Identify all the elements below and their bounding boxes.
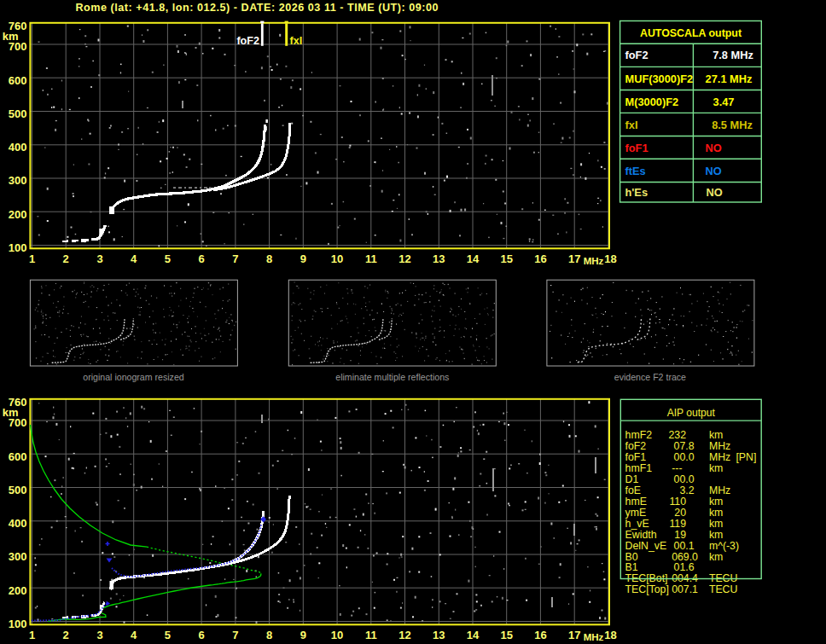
svg-text:MHz: MHz bbox=[709, 451, 730, 463]
svg-text:4: 4 bbox=[131, 629, 137, 641]
svg-text:TEC[Top]: TEC[Top] bbox=[625, 583, 669, 595]
svg-text:original ionogram resized: original ionogram resized bbox=[83, 372, 183, 382]
svg-text:hmF1: hmF1 bbox=[625, 462, 653, 474]
svg-text:14: 14 bbox=[467, 629, 480, 641]
svg-text:NO: NO bbox=[705, 142, 721, 154]
svg-text:200: 200 bbox=[9, 584, 27, 597]
svg-text:km: km bbox=[709, 551, 723, 563]
svg-text:km: km bbox=[709, 462, 723, 474]
svg-text:Rome (lat: +41.8, lon: 012.5): Rome (lat: +41.8, lon: 012.5) - DATE: 20… bbox=[76, 2, 439, 14]
svg-text:1: 1 bbox=[29, 629, 35, 641]
svg-text:069.0: 069.0 bbox=[672, 551, 698, 563]
svg-text:foE: foE bbox=[625, 484, 641, 496]
svg-text:[PN]: [PN] bbox=[736, 451, 756, 463]
svg-text:3: 3 bbox=[96, 629, 102, 641]
svg-text:MHz: MHz bbox=[709, 484, 730, 496]
svg-text:DelN_vE: DelN_vE bbox=[625, 540, 667, 552]
svg-text:foF1: foF1 bbox=[625, 451, 647, 463]
svg-text:13: 13 bbox=[433, 252, 445, 265]
svg-text:Ewidth: Ewidth bbox=[625, 529, 657, 541]
svg-text:27.1 MHz: 27.1 MHz bbox=[706, 73, 753, 85]
svg-text:400: 400 bbox=[9, 141, 27, 154]
svg-text:12: 12 bbox=[398, 252, 410, 265]
svg-text:007.1: 007.1 bbox=[672, 583, 698, 595]
svg-text:km: km bbox=[709, 529, 723, 541]
svg-text:3.2: 3.2 bbox=[679, 484, 694, 496]
svg-text:20: 20 bbox=[674, 507, 686, 519]
svg-text:15: 15 bbox=[500, 629, 512, 641]
svg-text:300: 300 bbox=[9, 550, 27, 563]
svg-text:18: 18 bbox=[604, 629, 616, 641]
svg-text:6: 6 bbox=[198, 252, 204, 265]
svg-text:km: km bbox=[3, 30, 19, 43]
svg-text:9: 9 bbox=[300, 252, 306, 265]
svg-text:00.0: 00.0 bbox=[674, 473, 695, 485]
svg-text:B0: B0 bbox=[625, 551, 638, 563]
svg-text:hmE: hmE bbox=[625, 496, 647, 508]
svg-text:fxI: fxI bbox=[625, 119, 638, 131]
svg-text:foF2: foF2 bbox=[625, 49, 649, 61]
svg-text:3.47: 3.47 bbox=[713, 96, 735, 108]
svg-text:M(3000)F2: M(3000)F2 bbox=[625, 96, 679, 108]
svg-text:foF1: foF1 bbox=[625, 142, 649, 154]
svg-text:232: 232 bbox=[668, 429, 686, 441]
svg-text:00.1: 00.1 bbox=[674, 540, 695, 552]
svg-text:600: 600 bbox=[9, 450, 27, 463]
svg-text:eliminate multiple reflections: eliminate multiple reflections bbox=[335, 372, 449, 382]
svg-text:MHz: MHz bbox=[584, 632, 604, 642]
svg-text:8.5 MHz: 8.5 MHz bbox=[712, 119, 753, 131]
svg-text:km: km bbox=[709, 518, 723, 530]
svg-text:ftEs: ftEs bbox=[625, 165, 646, 177]
svg-text:110: 110 bbox=[669, 496, 686, 508]
svg-text:1: 1 bbox=[29, 252, 35, 265]
svg-text:km: km bbox=[3, 406, 19, 419]
svg-text:MUF(3000)F2: MUF(3000)F2 bbox=[625, 73, 694, 85]
svg-text:h_vE: h_vE bbox=[625, 518, 649, 530]
svg-text:MHz: MHz bbox=[709, 440, 730, 452]
svg-text:119: 119 bbox=[669, 518, 686, 530]
svg-text:10: 10 bbox=[331, 252, 343, 265]
svg-text:14: 14 bbox=[467, 252, 480, 265]
svg-text:evidence F2 trace: evidence F2 trace bbox=[614, 372, 686, 382]
svg-text:13: 13 bbox=[433, 629, 445, 641]
svg-text:12: 12 bbox=[398, 629, 410, 641]
svg-text:hmF2: hmF2 bbox=[625, 429, 653, 441]
svg-text:6: 6 bbox=[198, 629, 204, 641]
svg-text:600: 600 bbox=[9, 74, 27, 87]
svg-text:---: --- bbox=[672, 462, 682, 474]
svg-text:500: 500 bbox=[9, 107, 27, 120]
svg-text:11: 11 bbox=[365, 252, 377, 265]
svg-text:15: 15 bbox=[500, 252, 512, 265]
svg-text:00.0: 00.0 bbox=[674, 451, 695, 463]
svg-text:2: 2 bbox=[63, 252, 69, 265]
svg-text:km: km bbox=[709, 507, 723, 519]
svg-text:AIP output: AIP output bbox=[667, 407, 716, 419]
svg-text:8: 8 bbox=[266, 629, 272, 641]
svg-text:AUTOSCALA output: AUTOSCALA output bbox=[640, 27, 742, 39]
svg-text:foF2: foF2 bbox=[625, 440, 647, 452]
svg-text:9: 9 bbox=[300, 629, 306, 641]
svg-text:8: 8 bbox=[266, 252, 272, 265]
svg-text:100: 100 bbox=[9, 241, 27, 254]
svg-text:7: 7 bbox=[232, 629, 238, 641]
svg-text:500: 500 bbox=[9, 484, 27, 496]
svg-text:B1: B1 bbox=[625, 561, 638, 573]
svg-text:7: 7 bbox=[232, 252, 238, 265]
svg-text:11: 11 bbox=[365, 629, 377, 641]
svg-text:200: 200 bbox=[9, 208, 27, 221]
svg-text:18: 18 bbox=[604, 252, 616, 265]
svg-text:foF2: foF2 bbox=[236, 35, 259, 47]
svg-text:10: 10 bbox=[331, 629, 343, 641]
svg-text:19: 19 bbox=[674, 529, 686, 541]
svg-text:17: 17 bbox=[568, 252, 580, 265]
svg-text:TECU: TECU bbox=[709, 583, 737, 595]
svg-text:5: 5 bbox=[165, 629, 171, 641]
svg-text:ymE: ymE bbox=[625, 507, 647, 519]
svg-text:07.8: 07.8 bbox=[674, 440, 695, 452]
svg-text:400: 400 bbox=[9, 517, 27, 530]
svg-text:17: 17 bbox=[568, 629, 580, 641]
svg-text:01.6: 01.6 bbox=[674, 561, 695, 573]
svg-text:NO: NO bbox=[705, 165, 721, 177]
svg-text:fxI: fxI bbox=[290, 35, 303, 47]
svg-text:100: 100 bbox=[9, 618, 27, 630]
